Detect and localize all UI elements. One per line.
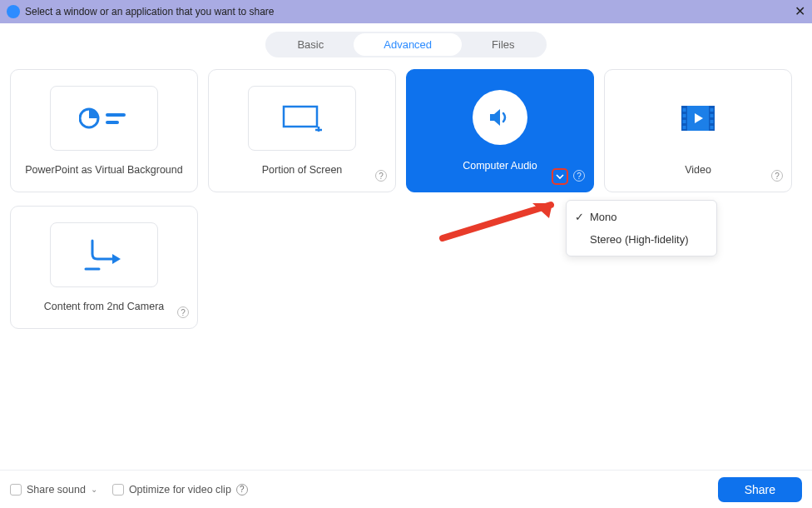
card-powerpoint-background[interactable]: PowerPoint as Virtual Background [10, 69, 198, 192]
card-label: Computer Audio [463, 160, 537, 172]
titlebar: Select a window or an application that y… [0, 0, 812, 23]
help-icon[interactable]: ? [236, 484, 248, 496]
tab-group: Basic Advanced Files [265, 32, 546, 57]
portion-icon [248, 86, 356, 151]
card-label: Video [685, 164, 711, 176]
card-second-camera[interactable]: Content from 2nd Camera ? [10, 206, 198, 329]
optimize-video-option[interactable]: Optimize for video clip ? [112, 484, 248, 496]
close-icon[interactable]: ✕ [795, 3, 805, 19]
card-video[interactable]: Video ? [604, 69, 792, 192]
chevron-down-icon[interactable]: ⌄ [91, 485, 97, 494]
svg-rect-13 [710, 108, 714, 112]
svg-rect-12 [683, 126, 686, 129]
optimize-label: Optimize for video clip [129, 484, 231, 496]
svg-rect-1 [106, 113, 126, 117]
popup-item-label: Stereo (High-fidelity) [590, 233, 689, 246]
chevron-down-icon [556, 174, 564, 179]
popup-item-label: Mono [590, 211, 617, 223]
cards-row-1: PowerPoint as Virtual Background Portion… [10, 69, 802, 192]
svg-rect-14 [710, 114, 714, 117]
svg-rect-15 [710, 120, 714, 123]
card-portion-of-screen[interactable]: Portion of Screen ? [208, 69, 396, 192]
help-icon[interactable]: ? [177, 306, 189, 318]
check-icon: ✓ [575, 211, 584, 223]
popup-item-stereo[interactable]: Stereo (High-fidelity) [567, 228, 716, 251]
svg-rect-10 [683, 114, 686, 117]
share-sound-label: Share sound [27, 484, 86, 496]
svg-rect-9 [683, 108, 686, 112]
checkbox-icon[interactable] [10, 484, 22, 496]
svg-rect-2 [106, 121, 119, 124]
svg-rect-16 [710, 126, 714, 129]
bottom-bar: Share sound ⌄ Optimize for video clip ? … [0, 470, 812, 508]
tab-basic[interactable]: Basic [267, 33, 354, 56]
checkbox-icon[interactable] [112, 484, 124, 496]
window-title: Select a window or an application that y… [25, 6, 275, 17]
audio-mode-popup: ✓ Mono Stereo (High-fidelity) [566, 200, 717, 256]
audio-dropdown-button[interactable] [552, 168, 568, 185]
powerpoint-icon [50, 86, 158, 151]
speaker-icon [473, 90, 527, 145]
tab-files[interactable]: Files [462, 33, 544, 56]
video-icon [644, 86, 752, 151]
annotation-arrow [434, 200, 567, 242]
popup-item-mono[interactable]: ✓ Mono [567, 206, 716, 228]
card-label: Content from 2nd Camera [44, 301, 165, 312]
camera-icon [50, 222, 158, 287]
card-label: PowerPoint as Virtual Background [25, 164, 182, 176]
help-icon[interactable]: ? [573, 170, 585, 182]
help-icon[interactable]: ? [771, 170, 783, 182]
card-label: Portion of Screen [262, 164, 343, 176]
help-icon[interactable]: ? [375, 170, 387, 182]
share-sound-option[interactable]: Share sound ⌄ [10, 484, 97, 496]
app-icon [7, 5, 20, 18]
svg-rect-3 [284, 107, 317, 127]
card-computer-audio[interactable]: Computer Audio ? [406, 69, 594, 192]
content-area: PowerPoint as Virtual Background Portion… [0, 57, 812, 329]
share-button[interactable]: Share [718, 477, 802, 502]
svg-rect-11 [683, 120, 686, 123]
tab-bar: Basic Advanced Files [0, 32, 812, 57]
tab-advanced[interactable]: Advanced [354, 33, 462, 56]
